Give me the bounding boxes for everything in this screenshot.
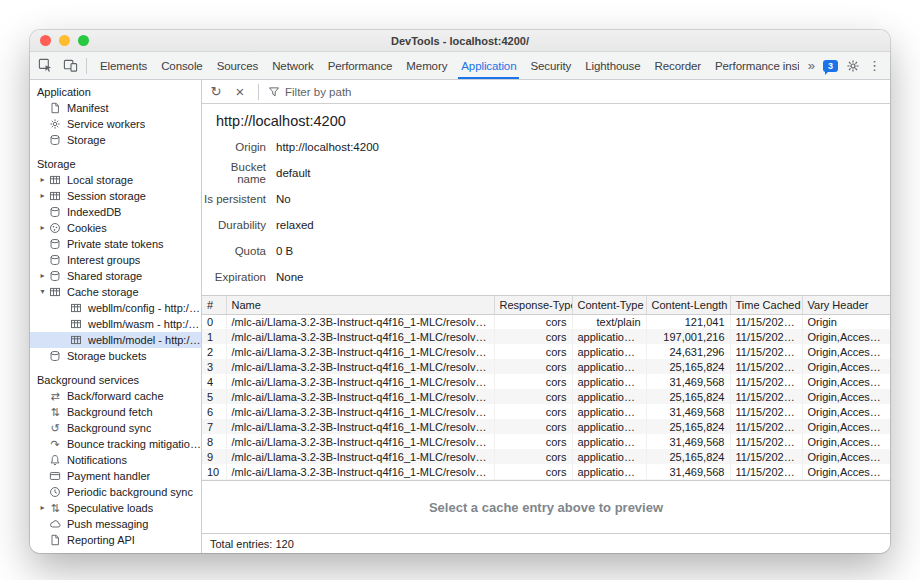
kebab-menu-button[interactable]: ⋮ [868, 58, 881, 73]
device-toolbar-button[interactable] [58, 55, 82, 77]
settings-button[interactable] [846, 59, 860, 73]
sidebar-item-speculative-loads[interactable]: ▸⇅Speculative loads [30, 500, 201, 516]
meta-label: Origin [202, 141, 266, 153]
table-row[interactable]: 10/mlc-ai/Llama-3.2-3B-Instruct-q4f16_1-… [202, 464, 890, 479]
sidebar-item-cookies[interactable]: ▸Cookies [30, 220, 201, 236]
cell-response-type: cors [494, 434, 572, 449]
table-row[interactable]: 8/mlc-ai/Llama-3.2-3B-Instruct-q4f16_1-M… [202, 434, 890, 449]
tab-lighthouse[interactable]: Lighthouse [578, 52, 647, 79]
table-row[interactable]: 1/mlc-ai/Llama-3.2-3B-Instruct-q4f16_1-M… [202, 329, 890, 344]
column-header-name[interactable]: Name [226, 296, 494, 314]
tab-console[interactable]: Console [154, 52, 210, 79]
cell-content-type: application/oc… [572, 449, 646, 464]
column-header-response-type[interactable]: Response-Type [494, 296, 572, 314]
tab-label: Sources [217, 60, 259, 72]
cell-content-type: application/oc… [572, 464, 646, 479]
tab-performance[interactable]: Performance [321, 52, 400, 79]
sidebar-item-service-workers[interactable]: Service workers [30, 116, 201, 132]
meta-value: No [276, 193, 291, 205]
sidebar-item-storage[interactable]: Storage [30, 132, 201, 148]
meta-row-expiration: ExpirationNone [202, 264, 890, 290]
sidebar-section-header: Storage [30, 156, 201, 172]
meta-value: relaxed [276, 219, 314, 231]
sidebar-item-manifest[interactable]: Manifest [30, 100, 201, 116]
sidebar-item-label: Interest groups [67, 254, 140, 266]
cell-content-length: 31,469,568 [646, 374, 730, 389]
sidebar-item-reporting-api[interactable]: Reporting API [30, 532, 201, 548]
column-header-time-cached[interactable]: Time Cached [730, 296, 802, 314]
tab-recorder[interactable]: Recorder [648, 52, 709, 79]
sidebar-section-application: ApplicationManifestService workersStorag… [30, 84, 201, 148]
table-row[interactable]: 6/mlc-ai/Llama-3.2-3B-Instruct-q4f16_1-M… [202, 404, 890, 419]
meta-row-durability: Durabilityrelaxed [202, 212, 890, 238]
sidebar-item-private-state-tokens[interactable]: Private state tokens [30, 236, 201, 252]
column-header-content-type[interactable]: Content-Type [572, 296, 646, 314]
minimize-window-button[interactable] [59, 35, 70, 46]
sidebar-item-webllm-config-http-loc[interactable]: webllm/config - http://loc… [30, 300, 201, 316]
sidebar-item-background-fetch[interactable]: ⇅Background fetch [30, 404, 201, 420]
inspect-element-button[interactable] [33, 55, 57, 77]
chevron-right-icon[interactable]: ▸ [37, 176, 48, 184]
sidebar-item-back-forward-cache[interactable]: ⇄Back/forward cache [30, 388, 201, 404]
sidebar-item-periodic-background-sync[interactable]: Periodic background sync [30, 484, 201, 500]
db-icon [48, 254, 62, 267]
sidebar-item-shared-storage[interactable]: ▸Shared storage [30, 268, 201, 284]
chevron-right-icon[interactable]: ▸ [37, 192, 48, 200]
tab-performance-insights[interactable]: Performance insights [708, 52, 799, 79]
sidebar-item-indexeddb[interactable]: IndexedDB [30, 204, 201, 220]
table-row[interactable]: 0/mlc-ai/Llama-3.2-3B-Instruct-q4f16_1-M… [202, 314, 890, 329]
table-row[interactable]: 3/mlc-ai/Llama-3.2-3B-Instruct-q4f16_1-M… [202, 359, 890, 374]
cell-content-length: 25,165,824 [646, 449, 730, 464]
chevron-right-icon[interactable]: ▸ [37, 224, 48, 232]
sidebar-item-notifications[interactable]: Notifications [30, 452, 201, 468]
sidebar-item-bounce-tracking-mitigations[interactable]: ↷Bounce tracking mitigations [30, 436, 201, 452]
close-window-button[interactable] [40, 35, 51, 46]
total-entries-label: Total entries: 120 [210, 538, 294, 550]
table-row[interactable]: 2/mlc-ai/Llama-3.2-3B-Instruct-q4f16_1-M… [202, 344, 890, 359]
tab-application[interactable]: Application [454, 52, 523, 79]
chevron-down-icon[interactable]: ▾ [37, 288, 48, 296]
table-row[interactable]: 9/mlc-ai/Llama-3.2-3B-Instruct-q4f16_1-M… [202, 449, 890, 464]
table-row[interactable]: 7/mlc-ai/Llama-3.2-3B-Instruct-q4f16_1-M… [202, 419, 890, 434]
filter-input[interactable]: Filter by path [268, 86, 351, 98]
tab-elements[interactable]: Elements [93, 52, 154, 79]
cell-vary-header: Origin,Access… [802, 464, 890, 479]
sidebar-item-cache-storage[interactable]: ▾Cache storage [30, 284, 201, 300]
db-icon [48, 206, 62, 219]
sidebar-item-label: Reporting API [67, 534, 135, 546]
column-header-[interactable]: # [202, 296, 226, 314]
chevron-right-icon[interactable]: ▸ [37, 272, 48, 280]
sidebar-item-webllm-model-http-loc[interactable]: webllm/model - http://loc… [30, 332, 201, 348]
table-row[interactable]: 5/mlc-ai/Llama-3.2-3B-Instruct-q4f16_1-M… [202, 389, 890, 404]
sidebar-item-session-storage[interactable]: ▸Session storage [30, 188, 201, 204]
refresh-icon[interactable]: ↻ [207, 85, 225, 98]
devtools-window: DevTools - localhost:4200/ ElementsConso… [30, 30, 890, 553]
column-header-vary-header[interactable]: Vary Header [802, 296, 890, 314]
sidebar-item-label: Payment handler [67, 470, 150, 482]
chevron-right-icon[interactable]: ▸ [37, 504, 48, 512]
tab-memory[interactable]: Memory [399, 52, 454, 79]
sidebar-item-label: Notifications [67, 454, 127, 466]
cell-: 5 [202, 389, 226, 404]
table-row[interactable]: 4/mlc-ai/Llama-3.2-3B-Instruct-q4f16_1-M… [202, 374, 890, 389]
tab-security[interactable]: Security [523, 52, 578, 79]
sidebar-item-interest-groups[interactable]: Interest groups [30, 252, 201, 268]
cell-response-type: cors [494, 329, 572, 344]
tab-network[interactable]: Network [265, 52, 320, 79]
column-header-content-length[interactable]: Content-Length [646, 296, 730, 314]
sidebar-item-local-storage[interactable]: ▸Local storage [30, 172, 201, 188]
cell-name: /mlc-ai/Llama-3.2-3B-Instruct-q4f16_1-ML… [226, 419, 494, 434]
sidebar-item-background-sync[interactable]: ↺Background sync [30, 420, 201, 436]
sidebar-section-header: Application [30, 84, 201, 100]
cell-time-cached: 11/15/2024, 10… [730, 314, 802, 329]
sidebar-item-push-messaging[interactable]: Push messaging [30, 516, 201, 532]
zoom-window-button[interactable] [78, 35, 89, 46]
grid-body: 0/mlc-ai/Llama-3.2-3B-Instruct-q4f16_1-M… [202, 314, 890, 481]
delete-selected-icon[interactable]: × [231, 84, 249, 99]
console-messages-badge[interactable]: 3 [823, 60, 838, 72]
more-tabs-button[interactable]: » [808, 58, 815, 73]
sidebar-item-webllm-wasm-http-loca[interactable]: webllm/wasm - http://loca… [30, 316, 201, 332]
sidebar-item-payment-handler[interactable]: Payment handler [30, 468, 201, 484]
sidebar-item-storage-buckets[interactable]: Storage buckets [30, 348, 201, 364]
tab-sources[interactable]: Sources [210, 52, 266, 79]
